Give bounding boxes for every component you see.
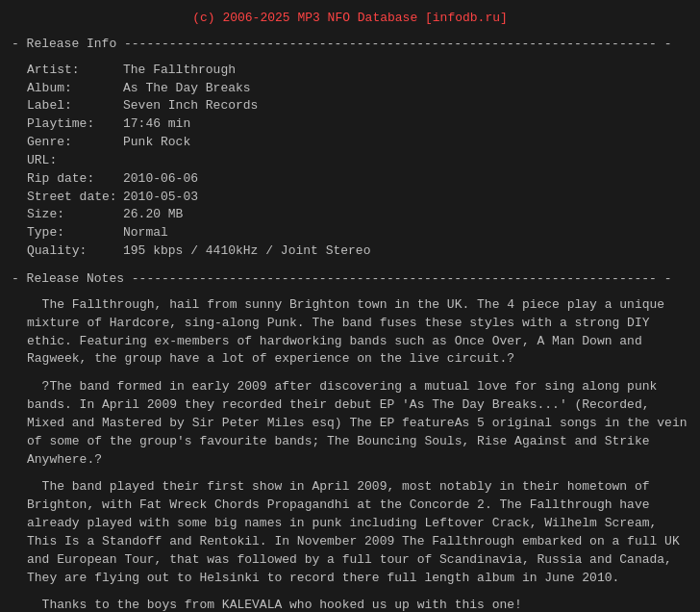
size-value: 26.20 MB	[123, 206, 183, 224]
release-info-section: Artist: The Fallthrough Album: As The Da…	[27, 62, 688, 261]
playtime-value: 17:46 min	[123, 115, 190, 134]
artist-label: Artist:	[27, 62, 123, 80]
release-notes-p3: The band played their first show in Apri…	[27, 478, 688, 587]
album-label: Album:	[27, 80, 123, 98]
playtime-label: Playtime:	[27, 115, 123, 134]
size-row: Size: 26.20 MB	[27, 206, 688, 224]
label-label: Label:	[27, 97, 123, 115]
genre-value: Punk Rock	[123, 134, 190, 152]
genre-label: Genre:	[27, 134, 123, 152]
release-notes-p4: Thanks to the boys from KALEVALA who hoo…	[27, 597, 688, 612]
label-row: Label: Seven Inch Records	[27, 97, 688, 115]
type-row: Type: Normal	[27, 224, 688, 242]
rip-date-label: Rip date:	[27, 170, 123, 189]
rip-date-row: Rip date: 2010-06-06	[27, 170, 688, 189]
release-info-header: - Release Info -------------------------…	[12, 36, 688, 54]
release-notes-p1: The Fallthrough, hail from sunny Brighto…	[27, 296, 688, 369]
label-value: Seven Inch Records	[123, 97, 258, 115]
quality-label: Quality:	[27, 242, 123, 261]
artist-row: Artist: The Fallthrough	[27, 62, 688, 80]
url-row: URL:	[27, 152, 688, 170]
quality-value: 195 kbps / 4410kHz / Joint Stereo	[123, 242, 370, 261]
quality-row: Quality: 195 kbps / 4410kHz / Joint Ster…	[27, 242, 688, 261]
album-value: As The Day Breaks	[123, 80, 251, 98]
street-date-row: Street date: 2010-05-03	[27, 189, 688, 207]
type-value: Normal	[123, 224, 168, 242]
album-row: Album: As The Day Breaks	[27, 80, 688, 98]
release-notes-p2: ?The band formed in early 2009 after dis…	[27, 378, 688, 469]
playtime-row: Playtime: 17:46 min	[27, 115, 688, 134]
size-label: Size:	[27, 206, 123, 224]
type-label: Type:	[27, 224, 123, 242]
url-label: URL:	[27, 152, 123, 170]
artist-value: The Fallthrough	[123, 62, 236, 80]
page-title: (c) 2006-2025 MP3 NFO Database [infodb.r…	[12, 10, 688, 28]
release-notes-header: - Release Notes ------------------------…	[12, 270, 688, 289]
release-notes-section: The Fallthrough, hail from sunny Brighto…	[27, 296, 688, 612]
street-date-value: 2010-05-03	[123, 189, 198, 207]
genre-row: Genre: Punk Rock	[27, 134, 688, 152]
street-date-label: Street date:	[27, 189, 123, 207]
rip-date-value: 2010-06-06	[123, 170, 198, 189]
